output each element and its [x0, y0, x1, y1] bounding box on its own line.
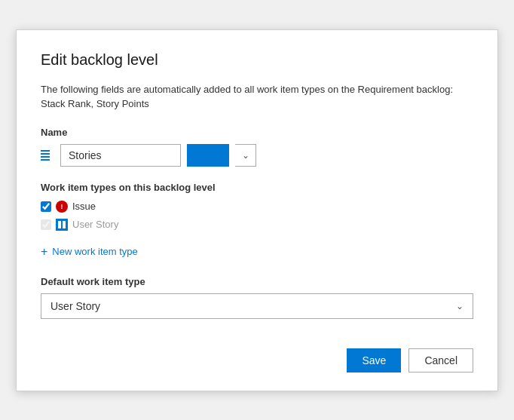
- chevron-down-icon: ⌄: [456, 301, 464, 311]
- issue-checkbox[interactable]: [41, 201, 51, 212]
- default-type-value: User Story: [50, 300, 100, 312]
- name-row: ⌄: [41, 144, 473, 167]
- info-text: The following fields are automatically a…: [41, 82, 473, 112]
- save-button[interactable]: Save: [347, 348, 401, 372]
- work-items-label: Work item types on this backlog level: [41, 182, 473, 193]
- work-item-list: ! Issue User Story: [41, 201, 473, 237]
- dialog-title: Edit backlog level: [41, 51, 473, 69]
- dialog-footer: Save Cancel: [41, 336, 473, 372]
- userstory-checkbox[interactable]: [41, 219, 51, 230]
- userstory-icon: [56, 219, 68, 231]
- plus-icon: +: [41, 246, 47, 258]
- add-work-item-type-button[interactable]: + New work item type: [41, 246, 473, 258]
- default-type-label: Default work item type: [41, 276, 473, 287]
- color-dropdown-button[interactable]: ⌄: [235, 144, 256, 167]
- issue-label: Issue: [72, 201, 96, 212]
- name-input[interactable]: [60, 144, 181, 167]
- color-picker-button[interactable]: [187, 144, 229, 167]
- work-item-row: User Story: [41, 219, 473, 231]
- issue-icon: !: [56, 201, 68, 213]
- edit-backlog-dialog: Edit backlog level The following fields …: [16, 29, 498, 391]
- drag-handle-icon: [41, 150, 50, 161]
- add-label: New work item type: [52, 246, 137, 257]
- svg-rect-1: [63, 221, 66, 228]
- cancel-button[interactable]: Cancel: [408, 348, 473, 372]
- work-item-row: ! Issue: [41, 201, 473, 213]
- name-label: Name: [41, 127, 473, 138]
- svg-rect-0: [58, 221, 61, 228]
- userstory-label: User Story: [72, 219, 118, 230]
- chevron-down-icon: ⌄: [242, 150, 249, 161]
- default-type-dropdown[interactable]: User Story ⌄: [41, 293, 473, 319]
